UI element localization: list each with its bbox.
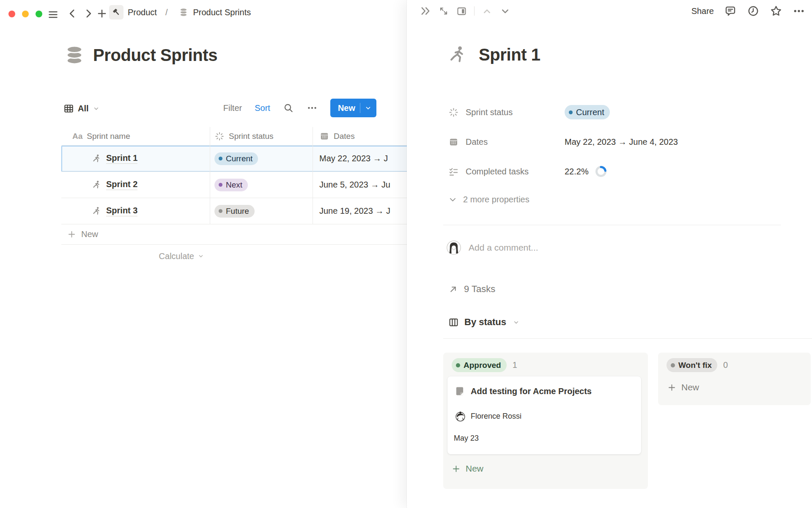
next-page-chevron-down-icon[interactable] — [499, 6, 511, 17]
table-row-sprint-1[interactable]: Sprint 1 Current May 22, 2023 → J — [61, 146, 453, 172]
comments-icon[interactable] — [724, 5, 737, 17]
forward-icon[interactable] — [83, 8, 94, 19]
divider — [443, 225, 781, 225]
column-header-label: Sprint status — [229, 132, 274, 141]
runner-icon-large[interactable] — [447, 44, 468, 65]
comment-placeholder[interactable]: Add a comment... — [469, 243, 538, 253]
group-count: 0 — [723, 360, 728, 370]
title-property-icon: Aa — [72, 132, 82, 141]
more-options-icon[interactable] — [307, 102, 318, 113]
table-header-row: Aa Sprint name Sprint status Dates — [61, 127, 453, 146]
assignee-avatar — [455, 411, 466, 422]
search-icon[interactable] — [283, 102, 294, 113]
comment-input-row[interactable]: Add a comment... — [447, 240, 538, 255]
minimize-window-button[interactable] — [22, 11, 29, 17]
close-window-button[interactable] — [8, 11, 15, 17]
status-property-icon — [448, 107, 459, 118]
status-pill[interactable]: Current — [214, 152, 258, 165]
table-row-sprint-2[interactable]: Sprint 2 Next June 5, 2023 → Ju — [61, 172, 453, 198]
new-button-chevron-icon[interactable] — [365, 105, 371, 111]
more-options-icon[interactable] — [793, 5, 805, 17]
peek-controls — [420, 5, 511, 17]
sidebar-menu-icon[interactable] — [47, 9, 59, 20]
board-group-approved: Approved 1 Add testing for Acme Projects… — [443, 353, 648, 489]
user-avatar — [447, 240, 461, 255]
runner-icon — [92, 180, 102, 190]
board-group-header[interactable]: Won't fix 0 — [667, 358, 728, 372]
side-peek-mode-icon[interactable] — [456, 6, 467, 17]
favorite-star-icon[interactable] — [770, 5, 782, 17]
row-title-link[interactable]: Sprint 2 — [106, 179, 137, 190]
chevron-down-icon — [448, 195, 457, 204]
property-label[interactable]: Completed tasks — [448, 166, 565, 177]
updates-clock-icon[interactable] — [747, 5, 760, 17]
filter-button[interactable]: Filter — [223, 103, 242, 113]
row-title-link[interactable]: Sprint 1 — [106, 153, 137, 164]
plus-icon — [667, 383, 676, 392]
back-icon[interactable] — [67, 8, 78, 19]
product-page-hammer-icon[interactable] — [109, 5, 123, 19]
board-view-tab[interactable]: By status — [448, 317, 520, 328]
expand-fullpage-icon[interactable] — [438, 6, 449, 17]
board-view-icon — [448, 317, 459, 328]
dates-value[interactable]: May 22, 2023 → June 4, 2023 — [565, 137, 678, 147]
close-peek-double-chevron-icon[interactable] — [420, 5, 431, 17]
property-label[interactable]: Sprint status — [448, 107, 565, 118]
peek-page-title[interactable]: Sprint 1 — [479, 45, 540, 64]
column-header-label: Sprint name — [87, 132, 130, 141]
zoom-window-button[interactable] — [36, 11, 42, 17]
arrow-up-right-icon — [448, 284, 458, 294]
row-title-link[interactable]: Sprint 3 — [106, 206, 137, 216]
new-button[interactable]: New — [330, 99, 376, 117]
plus-icon — [452, 464, 461, 473]
breadcrumb-current[interactable]: Product Sprints — [193, 8, 251, 17]
new-button-label: New — [338, 103, 355, 113]
breadcrumb-product[interactable]: Product — [128, 8, 157, 17]
column-header-label: Dates — [334, 132, 355, 141]
checklist-property-icon — [448, 166, 459, 177]
linked-tasks-link[interactable]: 9 Tasks — [448, 284, 495, 295]
more-properties-toggle[interactable]: 2 more properties — [448, 195, 529, 204]
assignee-name: Florence Rossi — [471, 412, 521, 421]
group-status-pill[interactable]: Won't fix — [667, 358, 717, 372]
dates-cell[interactable]: June 19, 2023 → J — [319, 206, 390, 216]
date-property-icon — [448, 137, 459, 147]
page-header: Product Sprints — [64, 45, 217, 65]
column-header-sprint-name[interactable]: Aa Sprint name — [61, 127, 210, 146]
sort-button[interactable]: Sort — [255, 103, 270, 113]
group-status-pill[interactable]: Approved — [452, 358, 507, 372]
status-pill[interactable]: Current — [565, 105, 610, 119]
new-tab-plus-icon[interactable] — [96, 8, 107, 19]
page-title: Product Sprints — [93, 46, 217, 65]
dates-cell[interactable]: June 5, 2023 → Ju — [319, 180, 390, 190]
sprints-table: Aa Sprint name Sprint status Dates Sprin… — [61, 127, 453, 268]
board-group-header[interactable]: Approved 1 — [452, 358, 517, 372]
property-row-sprint-status: Sprint status Current — [448, 104, 795, 120]
divider — [474, 6, 475, 16]
status-pill[interactable]: Future — [214, 205, 255, 218]
chevron-down-icon — [513, 319, 520, 326]
table-new-row-button[interactable]: New — [61, 224, 453, 245]
peek-actions: Share — [691, 5, 805, 17]
previous-page-chevron-up-icon[interactable] — [481, 6, 493, 17]
completed-tasks-value[interactable]: 22.2% — [565, 167, 589, 177]
collection-toolbar: Filter Sort New — [63, 98, 376, 118]
property-label[interactable]: Dates — [448, 137, 565, 147]
breadcrumb-separator: / — [165, 8, 168, 17]
peek-title-row: Sprint 1 — [447, 44, 540, 65]
breadcrumb: Product / Product Sprints — [109, 5, 251, 19]
card-title[interactable]: Add testing for Acme Projects — [471, 387, 592, 396]
board-new-card-button[interactable]: New — [667, 382, 699, 392]
board-card[interactable]: Add testing for Acme Projects Florence R… — [447, 376, 641, 454]
column-header-sprint-status[interactable]: Sprint status — [210, 127, 313, 146]
side-peek-panel: Share Sprint 1 Sprint status Current — [407, 0, 812, 508]
database-icon-large[interactable] — [64, 45, 85, 65]
page-icon — [454, 386, 465, 397]
dates-cell[interactable]: May 22, 2023 → J — [319, 154, 388, 163]
runner-icon — [92, 154, 102, 163]
calculate-dropdown[interactable]: Calculate — [61, 245, 210, 268]
board-new-card-button[interactable]: New — [452, 464, 483, 474]
share-button[interactable]: Share — [691, 6, 714, 16]
status-pill[interactable]: Next — [214, 179, 248, 191]
table-row-sprint-3[interactable]: Sprint 3 Future June 19, 2023 → J — [61, 198, 453, 224]
